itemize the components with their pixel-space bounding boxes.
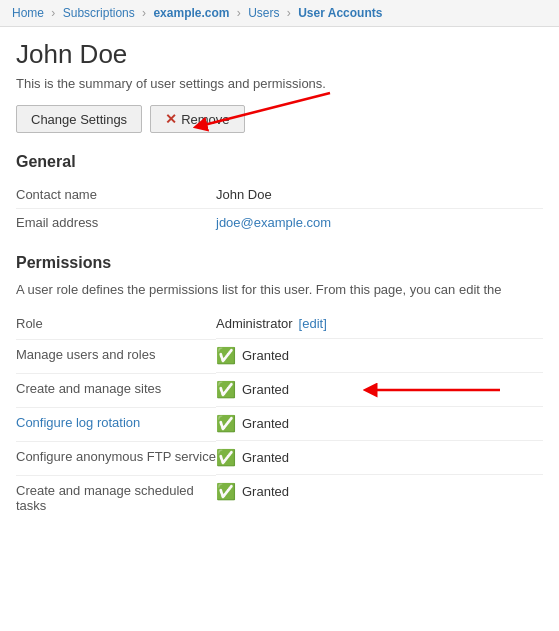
anon-ftp-label: Configure anonymous FTP service [16, 441, 216, 475]
role-label: Role [16, 309, 216, 339]
create-sites-label: Create and manage sites [16, 373, 216, 407]
breadcrumb: Home › Subscriptions › example.com › Use… [0, 0, 559, 27]
breadcrumb-sep-4: › [287, 6, 291, 20]
granted-icon: ✅ [216, 414, 236, 433]
table-row: Contact name John Doe [16, 181, 543, 209]
manage-users-label: Manage users and roles [16, 339, 216, 373]
permissions-section-title: Permissions [16, 254, 543, 272]
breadcrumb-home[interactable]: Home [12, 6, 44, 20]
granted-icon: ✅ [216, 346, 236, 365]
breadcrumb-users[interactable]: Users [248, 6, 279, 20]
granted-text: Granted [242, 348, 289, 363]
page-title: John Doe [16, 39, 543, 70]
table-row: Create and manage scheduled tasks ✅ Gran… [16, 475, 543, 520]
change-settings-button[interactable]: Change Settings [16, 105, 142, 133]
breadcrumb-sep-2: › [142, 6, 146, 20]
breadcrumb-sep-1: › [51, 6, 55, 20]
remove-button[interactable]: ✕ Remove [150, 105, 244, 133]
granted-text: Granted [242, 450, 289, 465]
permissions-table: Role Administrator [edit] Manage users a… [16, 309, 543, 520]
create-sites-status: ✅ Granted [216, 373, 543, 407]
granted-icon: ✅ [216, 482, 236, 501]
granted-text: Granted [242, 484, 289, 499]
granted-icon: ✅ [216, 380, 236, 399]
configure-log-link[interactable]: Configure log rotation [16, 415, 140, 430]
table-row: Create and manage sites ✅ Granted [16, 373, 543, 407]
general-section-title: General [16, 153, 543, 171]
table-row: Configure anonymous FTP service ✅ Grante… [16, 441, 543, 475]
scheduled-tasks-status: ✅ Granted [216, 475, 543, 508]
email-address-label: Email address [16, 209, 216, 237]
granted-text: Granted [242, 416, 289, 431]
permissions-description: A user role defines the permissions list… [16, 282, 543, 297]
general-info-table: Contact name John Doe Email address jdoe… [16, 181, 543, 236]
email-address-value: jdoe@example.com [216, 209, 543, 237]
role-value-text: Administrator [216, 316, 293, 331]
granted-icon: ✅ [216, 448, 236, 467]
page-description: This is the summary of user settings and… [16, 76, 543, 91]
role-row: Role Administrator [edit] [16, 309, 543, 339]
remove-x-icon: ✕ [165, 111, 177, 127]
breadcrumb-domain[interactable]: example.com [153, 6, 229, 20]
breadcrumb-subscriptions[interactable]: Subscriptions [63, 6, 135, 20]
email-link[interactable]: jdoe@example.com [216, 215, 331, 230]
role-value-cell: Administrator [edit] [216, 309, 543, 339]
table-row: Configure log rotation ✅ Granted [16, 407, 543, 441]
log-rotation-label: Configure log rotation [16, 407, 216, 441]
table-row: Manage users and roles ✅ Granted [16, 339, 543, 373]
contact-name-label: Contact name [16, 181, 216, 209]
anon-ftp-status: ✅ Granted [216, 441, 543, 475]
breadcrumb-sep-3: › [237, 6, 241, 20]
contact-name-value: John Doe [216, 181, 543, 209]
log-rotation-status: ✅ Granted [216, 407, 543, 441]
scheduled-tasks-label: Create and manage scheduled tasks [16, 475, 216, 520]
role-edit-link[interactable]: [edit] [299, 316, 327, 331]
granted-text: Granted [242, 382, 289, 397]
table-row: Email address jdoe@example.com [16, 209, 543, 237]
breadcrumb-current: User Accounts [298, 6, 382, 20]
manage-users-status: ✅ Granted [216, 339, 543, 373]
action-buttons: Change Settings ✕ Remove [16, 105, 543, 133]
remove-label: Remove [181, 112, 229, 127]
